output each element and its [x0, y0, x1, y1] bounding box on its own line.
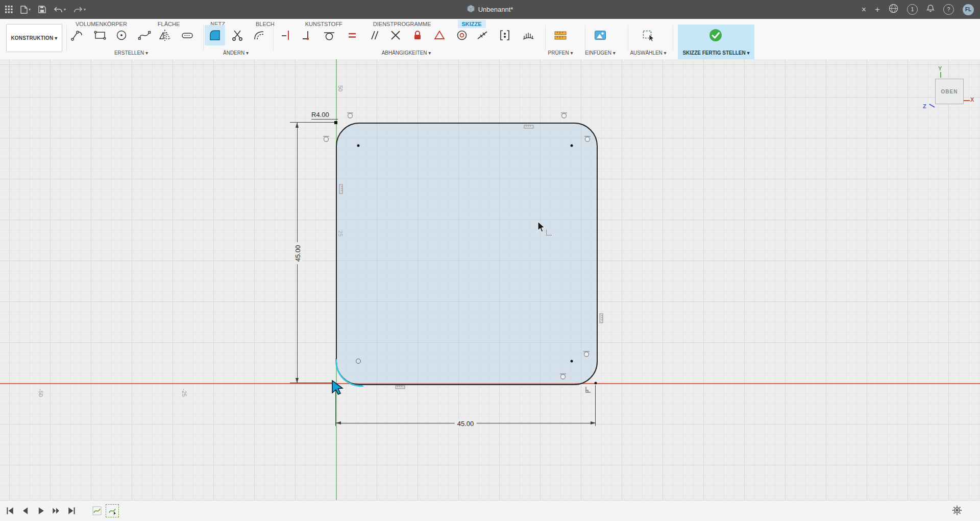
- tangent-constraint-badge[interactable]: [582, 349, 591, 360]
- tangent-constraint-badge[interactable]: [583, 134, 592, 145]
- undo-caret[interactable]: ▾: [64, 7, 66, 12]
- timeline-sketch-feature-icon[interactable]: [91, 505, 103, 517]
- offset-tool-icon[interactable]: [249, 25, 270, 45]
- timeline-play-button[interactable]: [35, 505, 47, 517]
- close-tab-icon[interactable]: ×: [862, 6, 866, 14]
- curvature-constraint-icon[interactable]: [518, 25, 538, 45]
- viewcube-x-axis-line: [964, 100, 970, 101]
- symmetry-constraint-icon[interactable]: [495, 25, 515, 45]
- trim-tool-icon[interactable]: [227, 25, 248, 45]
- line-tool-icon[interactable]: [67, 25, 87, 45]
- job-status-icon[interactable]: [889, 4, 898, 15]
- viewcube-z-axis-label: Z: [923, 103, 926, 109]
- group-label-pruefen[interactable]: PRÜFEN ▾: [548, 50, 573, 56]
- radius-leader-line: [311, 119, 338, 120]
- insert-image-icon[interactable]: [590, 25, 610, 45]
- ribbon-separator: [628, 25, 628, 51]
- konstruktion-dropdown[interactable]: KONSTRUKTION ▾: [6, 24, 62, 52]
- notification-icon[interactable]: 1: [907, 4, 918, 15]
- width-dimension-label[interactable]: 45.00: [455, 419, 477, 428]
- rectangle-tool-icon[interactable]: [90, 25, 110, 45]
- dim-extension-line: [595, 385, 596, 426]
- titlebar: ▾ ▾ ▾ Unbenannt* × +: [0, 0, 980, 19]
- help-icon[interactable]: ?: [943, 4, 954, 15]
- corner-point[interactable]: [334, 121, 337, 124]
- corner-point[interactable]: [595, 382, 597, 385]
- viewcube-y-axis-line: [940, 72, 941, 78]
- fix-constraint-icon[interactable]: [407, 25, 428, 45]
- dimension-badge[interactable]: [524, 123, 534, 132]
- file-menu-icon[interactable]: ▾: [20, 6, 31, 14]
- equal-constraint-icon[interactable]: [342, 25, 362, 45]
- group-label-auswaehlen[interactable]: AUSWÄHLEN ▾: [630, 50, 666, 56]
- timeline-step-forward-button[interactable]: [50, 505, 62, 517]
- tangent-constraint-badge[interactable]: [559, 110, 569, 122]
- redo-caret[interactable]: ▾: [84, 7, 86, 12]
- perpendicular-constraint-badge[interactable]: [584, 386, 592, 396]
- timeline-sketch-feature-icon-active[interactable]: [106, 505, 118, 517]
- dimension-badge[interactable]: [596, 313, 605, 323]
- group-label-abhaengigkeiten[interactable]: ABHÄNGIGKEITEN ▾: [382, 50, 431, 56]
- dim-arrowhead: [336, 421, 341, 424]
- slot-tool-icon[interactable]: [177, 25, 198, 45]
- dim-arrowhead: [591, 421, 596, 424]
- group-label-erstellen[interactable]: ERSTELLEN ▾: [114, 50, 148, 56]
- save-icon[interactable]: [38, 6, 46, 13]
- sketch-center-point[interactable]: [356, 359, 361, 364]
- tangent-constraint-badge[interactable]: [558, 371, 568, 383]
- sketch-point[interactable]: [357, 145, 360, 147]
- timeline-go-to-start-button[interactable]: [4, 505, 16, 517]
- sketch-point[interactable]: [571, 145, 573, 147]
- ribbon-separator: [585, 25, 585, 51]
- mirror-tool-icon[interactable]: [155, 25, 175, 45]
- measure-tool-icon[interactable]: [550, 25, 571, 45]
- viewcube-y-axis-label: Y: [938, 65, 942, 72]
- bell-icon[interactable]: [926, 4, 935, 15]
- viewcube-z-axis-line: [929, 104, 935, 107]
- select-tool-icon[interactable]: [638, 25, 658, 45]
- ribbon-separator: [273, 25, 274, 51]
- viewcube-x-axis-label: X: [970, 97, 974, 103]
- viewcube-face-top[interactable]: OBEN: [935, 79, 964, 104]
- document-title: Unbenannt*: [478, 6, 513, 13]
- radius-dimension-label[interactable]: R4.00: [311, 111, 329, 119]
- new-tab-icon[interactable]: +: [875, 5, 880, 14]
- undo-button[interactable]: ▾: [54, 6, 66, 13]
- concentric-constraint-icon[interactable]: [452, 25, 472, 45]
- fillet-tool-icon[interactable]: [205, 25, 225, 45]
- app-grid-icon[interactable]: [5, 6, 13, 13]
- timeline-step-back-button[interactable]: [19, 505, 32, 517]
- dimension-badge[interactable]: [335, 184, 345, 194]
- ribbon-separator: [203, 25, 204, 51]
- group-label-finish[interactable]: SKIZZE FERTIG STELLEN ▾: [682, 50, 749, 56]
- sketch-profile[interactable]: [336, 123, 598, 385]
- dimension-badge[interactable]: [395, 384, 405, 393]
- perpendicular-constraint-icon[interactable]: [385, 25, 406, 45]
- file-menu-caret[interactable]: ▾: [29, 7, 31, 12]
- sketch-canvas[interactable]: 50 25 -25 -50 45.00 45.00 R4.00: [0, 59, 980, 501]
- spline-tool-icon[interactable]: [134, 25, 155, 45]
- redo-button[interactable]: ▾: [74, 6, 86, 13]
- parallel-constraint-icon[interactable]: [364, 25, 384, 45]
- ribbon-separator: [545, 25, 546, 51]
- finish-sketch-icon[interactable]: [705, 25, 726, 45]
- avatar[interactable]: FL: [963, 4, 974, 15]
- collinear-constraint-icon[interactable]: [472, 25, 493, 45]
- document-cube-icon: [467, 5, 475, 15]
- circle-tool-icon[interactable]: [111, 25, 132, 45]
- tangent-constraint-badge[interactable]: [322, 134, 331, 145]
- horizontal-vertical-constraint-icon[interactable]: [276, 25, 297, 45]
- sketch-point[interactable]: [571, 360, 573, 363]
- height-dimension-label[interactable]: 45.00: [293, 243, 302, 265]
- coincident-constraint-icon[interactable]: [297, 25, 317, 45]
- tangent-constraint-badge[interactable]: [346, 110, 355, 122]
- timeline-go-to-end-button[interactable]: [65, 505, 78, 517]
- fillet-pick-cursor: [331, 380, 346, 397]
- group-label-aendern[interactable]: ÄNDERN ▾: [223, 50, 249, 56]
- timeline-settings-gear-icon[interactable]: [951, 505, 963, 518]
- grid-label-y50: 50: [337, 85, 344, 91]
- midpoint-constraint-icon[interactable]: [429, 25, 450, 45]
- viewcube[interactable]: Y OBEN X Z: [923, 64, 974, 113]
- tangent-constraint-icon[interactable]: [319, 25, 339, 45]
- group-label-einfuegen[interactable]: EINFÜGEN ▾: [585, 50, 615, 56]
